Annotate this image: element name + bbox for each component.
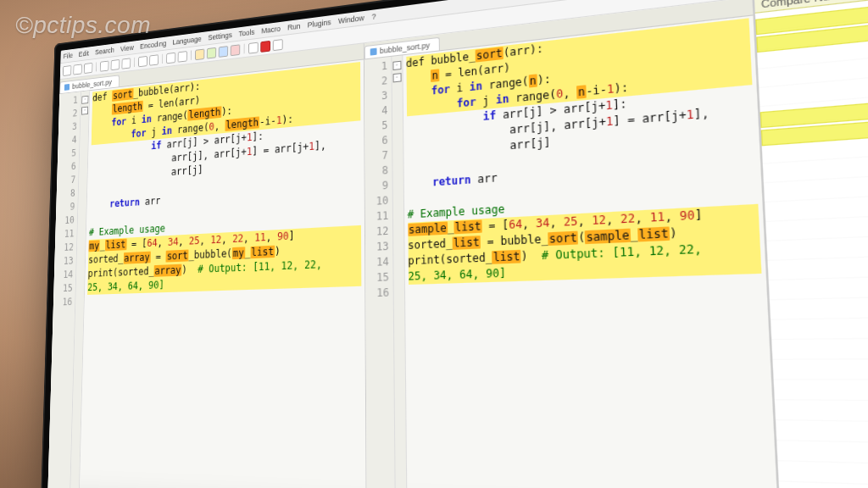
monitor-bezel: FileEditSearchViewEncodingLanguageSettin…	[40, 0, 868, 488]
menu-settings[interactable]: Settings	[208, 30, 231, 42]
toolbar-replace-icon[interactable]	[178, 51, 187, 63]
screen: FileEditSearchViewEncodingLanguageSettin…	[47, 0, 868, 488]
toolbar-new-icon[interactable]	[63, 65, 71, 76]
menu-edit[interactable]: Edit	[79, 49, 89, 58]
toolbar-play-icon[interactable]	[273, 39, 283, 51]
toolbar-open-icon[interactable]	[73, 64, 81, 75]
photo-scene: ©pctips.com FileEditSearchViewEncodingLa…	[0, 0, 868, 488]
menu-search[interactable]: Search	[95, 46, 114, 56]
fold-minus-icon[interactable]: -	[81, 107, 88, 115]
left-pane: bubble_sort.py 12345678910111213141516 -…	[47, 43, 366, 488]
menu-file[interactable]: File	[64, 52, 73, 60]
toolbar-separator	[96, 62, 97, 71]
toolbar-copy-icon[interactable]	[111, 59, 120, 70]
toolbar-wrap-icon[interactable]	[219, 46, 229, 58]
toolbar-macro-icon[interactable]	[248, 42, 259, 53]
toolbar-separator	[244, 44, 245, 54]
work-area: bubble_sort.py 12345678910111213141516 -…	[47, 0, 868, 488]
menu-window[interactable]: Window	[338, 14, 364, 25]
toolbar-paste-icon[interactable]	[121, 58, 131, 69]
editor-panes: bubble_sort.py 12345678910111213141516 -…	[47, 0, 781, 488]
toolbar-zoom-out-icon[interactable]	[207, 47, 216, 58]
right-editor[interactable]: 12345678910111213141516 - - def bubble_s…	[364, 16, 779, 488]
left-editor[interactable]: 12345678910111213141516 - - def sort_bub…	[47, 60, 365, 488]
right-code-area[interactable]: def bubble_sort(arr): n = len(arr) for i…	[403, 16, 779, 488]
toolbar-redo-icon[interactable]	[149, 54, 159, 65]
menu-[interactable]: ?	[371, 12, 376, 21]
toolbar-save-icon[interactable]	[84, 62, 93, 73]
toolbar-find-icon[interactable]	[166, 52, 175, 64]
fold-minus-icon[interactable]: -	[392, 61, 401, 70]
toolbar-separator	[162, 54, 163, 64]
menu-macro[interactable]: Macro	[261, 25, 281, 36]
menu-run[interactable]: Run	[287, 22, 300, 32]
toolbar-separator	[134, 58, 135, 67]
menu-plugins[interactable]: Plugins	[308, 18, 331, 29]
toolbar-zoom-in-icon[interactable]	[195, 48, 204, 60]
fold-minus-icon[interactable]: -	[81, 96, 88, 104]
menu-language[interactable]: Language	[173, 35, 202, 47]
right-pane: bubble_sort.py 12345678910111213141516 -…	[364, 0, 780, 488]
toolbar-undo-icon[interactable]	[138, 55, 147, 66]
toolbar-record-icon[interactable]	[260, 40, 270, 52]
toolbar-separator	[191, 50, 192, 59]
right-line-gutter: 12345678910111213141516	[364, 57, 395, 488]
menu-tools[interactable]: Tools	[239, 28, 255, 38]
toolbar-cut-icon[interactable]	[100, 60, 109, 71]
menu-view[interactable]: View	[120, 43, 134, 53]
left-code-area[interactable]: def sort_bubble(arr): length = len(arr) …	[79, 60, 365, 488]
menu-encoding[interactable]: Encoding	[140, 39, 166, 50]
toolbar-hidden-chars-icon[interactable]	[231, 44, 241, 56]
fold-minus-icon[interactable]: -	[392, 73, 401, 82]
